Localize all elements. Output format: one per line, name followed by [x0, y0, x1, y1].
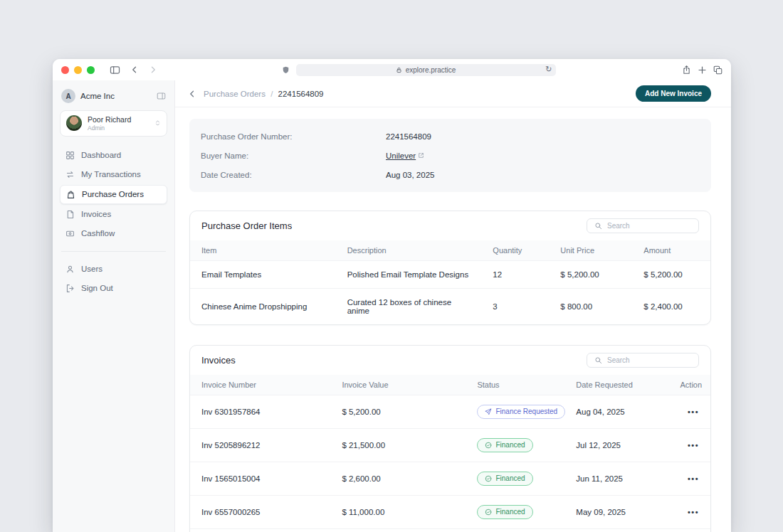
order-info-panel: Purchase Order Number: 2241564809 Buyer …: [189, 119, 711, 192]
check-circle-icon: [485, 475, 492, 482]
table-row: Inv 6301957864 $ 5,200.00 Finance Reques…: [190, 395, 710, 429]
search-input[interactable]: [607, 356, 691, 364]
invoice-value-cell: $ 11,000.00: [330, 496, 466, 529]
breadcrumb-purchase-orders[interactable]: Purchase Orders: [204, 90, 266, 98]
chevron-up-down-icon: [154, 119, 161, 127]
new-tab-icon[interactable]: [698, 65, 707, 75]
external-link-icon: [418, 152, 424, 159]
info-row-date-created: Date Created: Aug 03, 2025: [201, 165, 700, 184]
unit-price-cell: $ 800.00: [549, 289, 632, 325]
tab-overview-icon[interactable]: [713, 65, 722, 75]
window-controls: [61, 66, 95, 74]
invoice-number-cell: Inv 5205896212: [190, 429, 330, 462]
user-name: Poor Richard: [88, 115, 149, 124]
date-requested-cell: May 09, 2025: [564, 496, 668, 529]
table-row: Inv 5205896212 $ 21,500.00 Financed: [190, 429, 710, 462]
share-icon[interactable]: [682, 65, 691, 75]
invoice-number-cell: Inv 1565015004: [190, 462, 330, 496]
column-header: Unit Price: [549, 240, 632, 261]
sidebar-collapse-icon[interactable]: [157, 92, 166, 100]
info-label: Buyer Name:: [201, 151, 386, 160]
info-row-buyer-name: Buyer Name: Unilever: [201, 146, 700, 165]
row-actions-menu[interactable]: •••: [688, 408, 699, 416]
date-requested-cell: April 15, 2025: [564, 529, 668, 532]
table-row: Chinese Anime Dropshipping Curated 12 bo…: [190, 289, 710, 325]
browser-forward-icon[interactable]: [149, 65, 157, 74]
user-menu[interactable]: Poor Richard Admin: [60, 110, 167, 137]
po-items-search[interactable]: [587, 218, 699, 233]
org-name: Acme Inc: [80, 92, 152, 100]
description-cell: Curated 12 boxes of chinese anime: [336, 289, 482, 325]
zoom-window-button[interactable]: [87, 66, 95, 74]
privacy-shield-icon[interactable]: [282, 65, 290, 75]
browser-sidebar-toggle-icon[interactable]: [110, 65, 120, 75]
row-actions-menu[interactable]: •••: [688, 441, 699, 449]
sidebar-item-label: Sign Out: [81, 284, 113, 292]
sidebar: A Acme Inc Poor Richard Admin: [53, 80, 175, 532]
search-icon: [594, 222, 602, 230]
table-header-row: Invoice Number Invoice Value Status Date…: [190, 375, 710, 395]
sidebar-item-label: Purchase Orders: [82, 190, 144, 198]
cashflow-icon: [65, 229, 75, 238]
table-row: Inv 2786111763 $ 4,000.00 Financed: [190, 529, 710, 532]
item-cell: Chinese Anime Dropshipping: [190, 289, 336, 325]
sidebar-divider: [61, 251, 166, 252]
user-role: Admin: [88, 124, 149, 132]
table-row: Inv 6557000265 $ 11,000.00 Financed: [190, 496, 710, 529]
minimize-window-button[interactable]: [74, 66, 82, 74]
sidebar-item-users[interactable]: Users: [60, 260, 167, 278]
user-avatar: [66, 115, 82, 131]
order-number-value: 2241564809: [386, 132, 431, 141]
invoice-value-cell: $ 2,600.00: [330, 462, 466, 496]
date-requested-cell: Aug 04, 2025: [564, 395, 668, 429]
invoices-search[interactable]: [587, 353, 699, 368]
quantity-cell: 3: [481, 289, 549, 325]
sidebar-item-my-transactions[interactable]: My Transactions: [60, 166, 167, 183]
status-badge: Financed: [477, 438, 532, 452]
buyer-link[interactable]: Unilever: [386, 151, 424, 160]
breadcrumb: Purchase Orders / 2241564809: [204, 90, 324, 98]
users-icon: [65, 265, 75, 274]
dashboard-icon: [65, 151, 75, 160]
purchase-orders-icon: [66, 190, 75, 199]
invoice-value-cell: $ 5,200.00: [330, 395, 466, 429]
sidebar-item-sign-out[interactable]: Sign Out: [60, 280, 167, 297]
sign-out-icon: [65, 284, 75, 293]
sidebar-item-purchase-orders[interactable]: Purchase Orders: [60, 185, 167, 204]
column-header: Description: [336, 240, 482, 261]
sidebar-item-cashflow[interactable]: Cashflow: [60, 225, 167, 243]
back-chevron-icon[interactable]: [188, 90, 196, 98]
sidebar-item-dashboard[interactable]: Dashboard: [60, 147, 167, 164]
check-circle-icon: [485, 509, 492, 516]
unit-price-cell: $ 5,200.00: [549, 261, 632, 289]
sidebar-item-label: Dashboard: [81, 151, 121, 159]
transactions-icon: [65, 170, 75, 179]
reload-icon[interactable]: ↻: [545, 65, 552, 74]
search-input[interactable]: [607, 222, 691, 230]
date-requested-cell: Jul 12, 2025: [564, 429, 668, 462]
browser-chrome: explore.practice ↻: [53, 59, 731, 80]
browser-back-icon[interactable]: [130, 65, 139, 74]
row-actions-menu[interactable]: •••: [688, 508, 699, 516]
close-window-button[interactable]: [61, 66, 69, 74]
quantity-cell: 12: [481, 261, 549, 289]
info-row-order-number: Purchase Order Number: 2241564809: [201, 127, 700, 146]
add-new-invoice-button[interactable]: Add New Invoice: [636, 85, 711, 102]
row-actions-menu[interactable]: •••: [688, 474, 699, 483]
breadcrumb-order-number: 2241564809: [278, 90, 324, 98]
url-text: explore.practice: [406, 66, 456, 74]
sidebar-item-label: Users: [81, 265, 103, 273]
invoice-number-cell: Inv 6557000265: [190, 496, 330, 529]
table-row: Email Templates Polished Email Template …: [190, 261, 710, 289]
invoices-icon: [65, 210, 75, 219]
column-header: Invoice Value: [330, 375, 466, 395]
send-icon: [485, 408, 492, 415]
browser-window: explore.practice ↻ A Acme Inc: [53, 59, 731, 532]
sidebar-item-invoices[interactable]: Invoices: [60, 206, 167, 223]
column-header: Status: [466, 375, 564, 395]
invoice-value-cell: $ 4,000.00: [330, 529, 466, 532]
address-bar[interactable]: explore.practice ↻: [296, 64, 556, 76]
breadcrumb-separator: /: [270, 90, 273, 98]
invoice-number-cell: Inv 2786111763: [190, 529, 330, 532]
sidebar-item-label: My Transactions: [81, 170, 141, 179]
